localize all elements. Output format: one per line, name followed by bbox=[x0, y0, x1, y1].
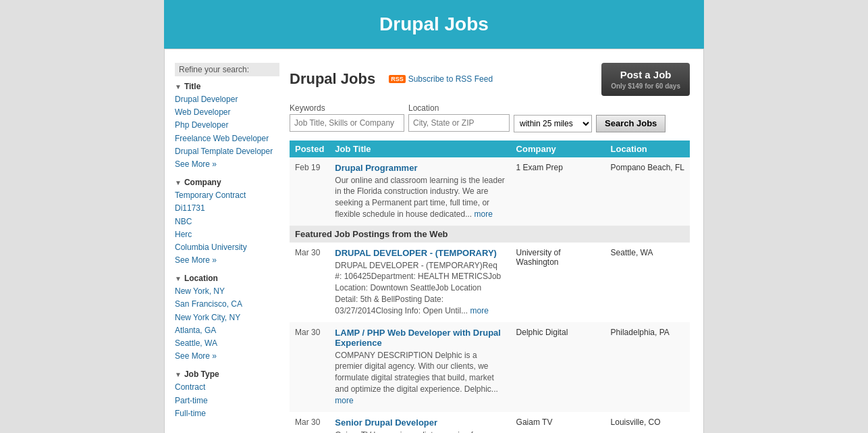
results-table: Posted Job Title Company Location Feb 19… bbox=[290, 141, 690, 434]
page-title: Drupal Jobs bbox=[178, 14, 690, 35]
job-company: 1 Exam Prep bbox=[511, 157, 605, 226]
job-title-link[interactable]: Senior Drupal Developer bbox=[335, 417, 437, 428]
sidebar-link-seattle-wa[interactable]: Seattle, WA bbox=[175, 337, 279, 350]
refine-label: Refine your search: bbox=[175, 63, 279, 76]
sidebar-link-drupal-template-developer[interactable]: Drupal Template Developer bbox=[175, 145, 279, 158]
job-title-link[interactable]: DRUPAL DEVELOPER - (TEMPORARY) bbox=[335, 248, 497, 258]
job-date: Mar 30 bbox=[290, 322, 329, 412]
filter-heading-jobtype: ▼ Job Type bbox=[175, 370, 279, 379]
sidebar-link-web-developer[interactable]: Web Developer bbox=[175, 106, 279, 119]
filter-jobtype-label: Job Type bbox=[184, 370, 219, 379]
job-desc: DRUPAL DEVELOPER - (TEMPORARY)Req #: 106… bbox=[335, 260, 505, 317]
featured-header-row: Featured Job Postings from the Web bbox=[290, 226, 690, 243]
header-banner: Drupal Jobs bbox=[164, 0, 704, 49]
sidebar: Refine your search: ▼ Title Drupal Devel… bbox=[171, 56, 283, 433]
search-form: Keywords Location within 25 miles within… bbox=[290, 103, 690, 132]
filter-heading-location: ▼ Location bbox=[175, 274, 279, 283]
sidebar-see-more-location[interactable]: See More » bbox=[175, 350, 279, 363]
filter-company-label: Company bbox=[184, 178, 221, 187]
job-location: Seattle, WA bbox=[605, 243, 690, 322]
post-job-button[interactable]: Post a Job Only $149 for 60 days bbox=[601, 63, 690, 96]
triangle-icon-company: ▼ bbox=[175, 179, 182, 186]
sidebar-link-freelance-web-developer[interactable]: Freelance Web Developer bbox=[175, 132, 279, 145]
filter-heading-title: ▼ Title bbox=[175, 82, 279, 91]
sidebar-see-more-title[interactable]: See More » bbox=[175, 158, 279, 171]
job-title-link[interactable]: LAMP / PHP Web Developer with Drupal Exp… bbox=[335, 328, 501, 348]
job-desc: Our online and classroom learning is the… bbox=[335, 175, 505, 220]
col-posted: Posted bbox=[290, 141, 329, 157]
job-company: University of Washington bbox=[511, 243, 605, 322]
job-location: Philadelphia, PA bbox=[605, 322, 690, 412]
content-area: Refine your search: ▼ Title Drupal Devel… bbox=[165, 49, 703, 433]
main-wrapper: Refine your search: ▼ Title Drupal Devel… bbox=[164, 49, 704, 433]
job-title-cell: Senior Drupal Developer Gaiam TV has an … bbox=[329, 412, 510, 433]
triangle-icon-jobtype: ▼ bbox=[175, 371, 182, 378]
table-row: Mar 30 Senior Drupal Developer Gaiam TV … bbox=[290, 412, 690, 433]
featured-label: Featured Job Postings from the Web bbox=[290, 226, 690, 243]
col-location: Location bbox=[605, 141, 690, 157]
filter-title-label: Title bbox=[184, 82, 200, 91]
sidebar-link-san-francisco-ca[interactable]: San Francisco, CA bbox=[175, 298, 279, 311]
sidebar-link-atlanta-ga[interactable]: Atlanta, GA bbox=[175, 324, 279, 337]
sidebar-link-columbia-university[interactable]: Columbia University bbox=[175, 241, 279, 254]
sidebar-link-new-york-ny[interactable]: New York, NY bbox=[175, 285, 279, 298]
sidebar-link-herc[interactable]: Herc bbox=[175, 228, 279, 241]
triangle-icon: ▼ bbox=[175, 83, 182, 91]
col-job-title-link[interactable]: Job Title bbox=[335, 144, 371, 154]
table-row: Mar 30 DRUPAL DEVELOPER - (TEMPORARY) DR… bbox=[290, 243, 690, 322]
sidebar-link-contract[interactable]: Contract bbox=[175, 381, 279, 394]
sidebar-link-php-developer[interactable]: Php Developer bbox=[175, 119, 279, 132]
main-title: Drupal Jobs bbox=[290, 70, 375, 88]
col-location-link[interactable]: Location bbox=[611, 144, 647, 154]
triangle-icon-location: ▼ bbox=[175, 275, 182, 282]
table-row: Feb 19 Drupal Programmer Our online and … bbox=[290, 157, 690, 226]
job-title-cell: Drupal Programmer Our online and classro… bbox=[329, 157, 510, 226]
sidebar-link-new-york-city-ny[interactable]: New York City, NY bbox=[175, 311, 279, 324]
sidebar-link-drupal-developer[interactable]: Drupal Developer bbox=[175, 93, 279, 106]
job-date: Mar 30 bbox=[290, 243, 329, 322]
more-link[interactable]: more bbox=[474, 209, 492, 219]
sidebar-link-nbc[interactable]: NBC bbox=[175, 215, 279, 228]
col-company-link[interactable]: Company bbox=[516, 144, 556, 154]
location-label: Location bbox=[408, 103, 510, 113]
sidebar-link-temporary-contract[interactable]: Temporary Contract bbox=[175, 189, 279, 202]
more-link[interactable]: more bbox=[470, 306, 488, 315]
filter-heading-company: ▼ Company bbox=[175, 178, 279, 187]
keywords-group: Keywords bbox=[290, 103, 404, 132]
keywords-input[interactable] bbox=[290, 114, 404, 132]
table-row: Mar 30 LAMP / PHP Web Developer with Dru… bbox=[290, 322, 690, 412]
job-title-link[interactable]: Drupal Programmer bbox=[335, 163, 417, 173]
rss-link[interactable]: RSS Subscribe to RSS Feed bbox=[389, 74, 493, 84]
search-button[interactable]: Search Jobs bbox=[596, 115, 666, 132]
col-posted-link[interactable]: Posted bbox=[295, 144, 324, 154]
rss-label: Subscribe to RSS Feed bbox=[408, 74, 493, 84]
job-company: Gaiam TV bbox=[511, 412, 605, 433]
sidebar-see-more-company[interactable]: See More » bbox=[175, 254, 279, 267]
filter-section-title: ▼ Title Drupal Developer Web Developer P… bbox=[175, 82, 279, 171]
job-company: Delphic Digital bbox=[511, 322, 605, 412]
job-desc: COMPANY DESCRIPTION Delphic is a premier… bbox=[335, 350, 505, 407]
more-link[interactable]: more bbox=[335, 396, 353, 405]
filter-location-label: Location bbox=[184, 274, 218, 283]
job-title-cell: DRUPAL DEVELOPER - (TEMPORARY) DRUPAL DE… bbox=[329, 243, 510, 322]
sidebar-link-di11731[interactable]: Di11731 bbox=[175, 202, 279, 215]
filter-section-jobtype: ▼ Job Type Contract Part-time Full-time bbox=[175, 370, 279, 420]
radius-select[interactable]: within 25 miles within 10 miles within 5… bbox=[514, 115, 592, 132]
col-job-title: Job Title bbox=[329, 141, 510, 157]
filter-section-company: ▼ Company Temporary Contract Di11731 NBC… bbox=[175, 178, 279, 267]
sidebar-link-full-time[interactable]: Full-time bbox=[175, 407, 279, 420]
post-job-sub-text: Only $149 for 60 days bbox=[611, 82, 680, 91]
post-job-main-text: Post a Job bbox=[620, 68, 672, 82]
sidebar-link-part-time[interactable]: Part-time bbox=[175, 394, 279, 407]
job-desc: Gaiam TV has an immediate opening for a … bbox=[335, 430, 505, 433]
job-date: Mar 30 bbox=[290, 412, 329, 433]
job-location: Louisville, CO bbox=[605, 412, 690, 433]
job-date: Feb 19 bbox=[290, 157, 329, 226]
rss-icon: RSS bbox=[389, 75, 406, 83]
col-company: Company bbox=[511, 141, 605, 157]
location-input[interactable] bbox=[408, 114, 510, 132]
job-location: Pompano Beach, FL bbox=[605, 157, 690, 226]
job-title-cell: LAMP / PHP Web Developer with Drupal Exp… bbox=[329, 322, 510, 412]
main-header: Drupal Jobs RSS Subscribe to RSS Feed Po… bbox=[290, 63, 690, 96]
location-group: Location bbox=[408, 103, 510, 132]
